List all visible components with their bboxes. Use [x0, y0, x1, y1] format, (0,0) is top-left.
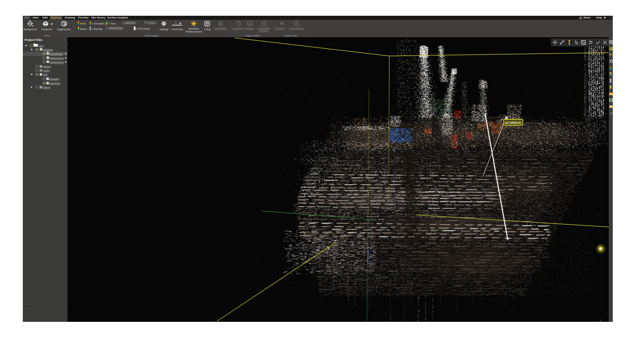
svg-text:ΔZ:4683cm: ΔZ:4683cm	[505, 121, 521, 124]
svg-text:z: z	[600, 319, 601, 322]
